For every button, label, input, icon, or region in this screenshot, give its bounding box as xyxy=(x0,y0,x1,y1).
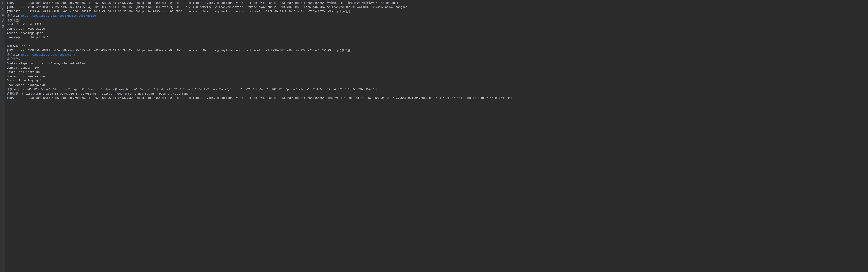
log-link[interactable]: http://localhost:9527/test/hello?test=he… xyxy=(21,14,96,18)
log-link[interactable]: http://localhost:8080/test/menu xyxy=(21,53,75,57)
app-root: [TRACEID---:423f8a9b-0813-40b5-bb92-ba76… xyxy=(0,0,868,272)
wrap-icon[interactable] xyxy=(1,13,4,16)
console-gutter xyxy=(0,0,5,272)
clipboard-icon[interactable] xyxy=(1,19,4,22)
trash-icon[interactable] xyxy=(1,25,4,28)
console-output[interactable]: [TRACEID---:423f8a9b-0813-40b5-bb92-ba76… xyxy=(5,0,868,272)
scroll-up-icon[interactable] xyxy=(1,1,4,5)
scroll-down-icon[interactable] xyxy=(1,7,4,11)
svg-rect-1 xyxy=(2,19,4,21)
log-text: 请求消息头: Content-Type: application/json; c… xyxy=(7,58,513,100)
log-text: 请求消息头: Host: localhost:9527 Connection: … xyxy=(7,19,352,57)
